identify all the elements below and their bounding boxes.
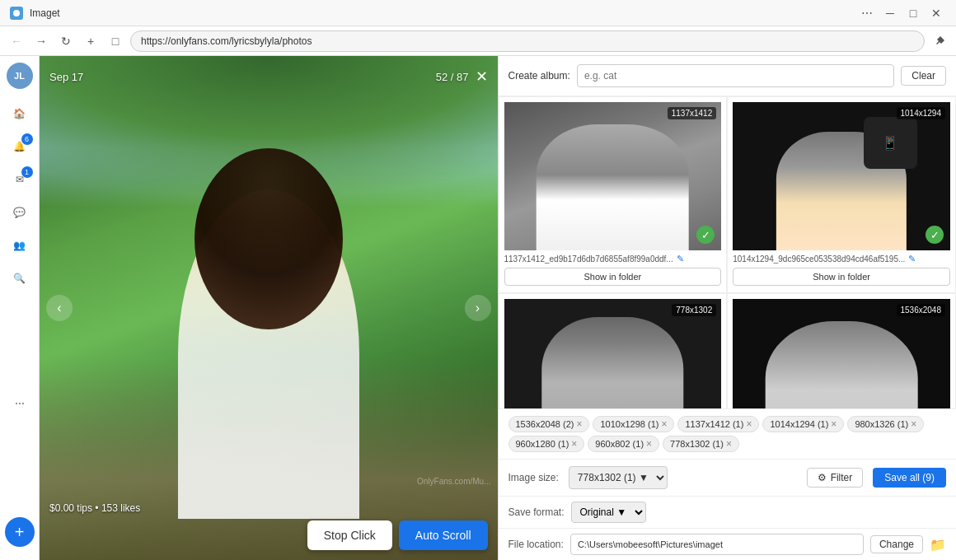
sidebar-item-messages[interactable]: ✉ 1 [5,165,35,194]
save-format-bar: Save format: Original ▼ JPG PNG WebP [499,497,957,529]
change-button[interactable]: Change [870,535,923,553]
menu-button[interactable]: ⋯ [857,3,877,23]
image-cell-3: 778x1302 ✓ [499,293,728,409]
sidebar-item-more[interactable]: ⋯ [5,389,35,418]
clear-button[interactable]: Clear [901,66,946,86]
save-format-label: Save format: [508,506,565,518]
image-grid: 1137x1412 ✓ 1137x1412_ed9b17d6db7d6855af… [499,96,957,409]
window-controls: ⋯ ─ □ ✕ [857,3,946,23]
tag-remove-8[interactable]: × [726,438,732,450]
photo-overlay: Sep 17 52 / 87 ✕ [40,56,498,97]
tag-remove-1[interactable]: × [576,418,582,430]
next-photo-button[interactable]: › [465,295,491,321]
refresh-button[interactable]: ↻ [56,31,76,51]
image-filename-2: 1014x1294_9dc965ce053538d94cd46af5195...… [733,254,950,264]
search-icon: 🔍 [13,273,26,284]
file-path-input[interactable] [570,534,864,555]
image-cell-1: 1137x1412 ✓ 1137x1412_ed9b17d6db7d6855af… [499,96,728,293]
tag-960x802: 960x802 (1) × [588,436,659,452]
stop-click-button[interactable]: Stop Click [307,520,392,550]
photo-info: $0.00 tips • 153 likes [49,502,488,514]
home-icon: 🏠 [13,108,26,119]
sidebar: JL 🏠 🔔 6 ✉ 1 💬 👥 🔍 ⋯ + [0,56,40,560]
file-location-bar: File location: Change 📁 [499,529,957,560]
tag-remove-3[interactable]: × [746,418,752,430]
tag-remove-5[interactable]: × [911,418,916,430]
image-dims-2: 1014x1294 [897,107,946,119]
filter-icon: ⚙ [818,472,827,483]
url-text: https://onlyfans.com/lyricsbylyla/photos [141,35,312,47]
image-cell-4: 1536x2048 ✓ [727,293,956,409]
image-dims-3: 778x1302 [672,304,716,316]
tag-1014x1294: 1014x1294 (1) × [762,416,844,432]
watermark: OnlyFans.com/Mu... [417,477,490,486]
image-thumb-3[interactable]: 778x1302 ✓ [504,299,722,409]
filter-label: Filter [831,472,853,483]
sidebar-item-people[interactable]: 👥 [5,231,35,260]
save-format-select[interactable]: Original ▼ JPG PNG WebP [571,502,646,523]
folder-icon: 📁 [930,538,946,552]
image-thumb-4[interactable]: 1536x2048 ✓ [733,299,950,409]
browser-bar: ← → ↻ + □ https://onlyfans.com/lyricsbyl… [0,26,956,56]
address-bar[interactable]: https://onlyfans.com/lyricsbylyla/photos [130,30,925,52]
save-all-button[interactable]: Save all (9) [873,468,946,488]
image-size-select[interactable]: 778x1302 (1) ▼ 1536x2048 (2) 1014x1294 (… [569,466,668,489]
close-button[interactable]: ✕ [926,3,946,23]
show-folder-button-1[interactable]: Show in folder [504,268,722,286]
svg-point-0 [13,10,20,16]
add-icon: + [15,523,25,542]
sidebar-item-search[interactable]: 🔍 [5,264,35,293]
tag-960x1280: 960x1280 (1) × [508,436,585,452]
messages-badge: 1 [21,166,33,178]
auto-scroll-button[interactable]: Auto Scroll [399,520,488,550]
album-input[interactable] [577,64,894,87]
avatar[interactable]: JL [7,63,33,89]
image-dims-1: 1137x1412 [668,107,717,119]
photo-bottom: $0.00 tips • 153 likes Stop Click Auto S… [40,492,498,560]
image-filename-1: 1137x1412_ed9b17d6db7d6855af8f99a0ddf...… [504,254,722,264]
maximize-button[interactable]: □ [903,3,923,23]
page-button[interactable]: □ [105,31,125,51]
image-thumb-2[interactable]: 📱 1014x1294 ✓ [733,102,950,250]
add-button[interactable]: + [5,517,35,547]
image-check-2: ✓ [926,226,944,244]
tag-remove-6[interactable]: × [571,438,577,450]
photo-viewer: Sep 17 52 / 87 ✕ ‹ › $0.00 tips • 153 li… [40,56,498,560]
photo-actions: Stop Click Auto Scroll [49,520,488,550]
right-panel: Create album: Clear 1137x1412 ✓ 1137x141… [498,56,957,560]
filter-button[interactable]: ⚙ Filter [807,468,864,488]
back-button[interactable]: ← [7,31,26,51]
tag-1137x1412: 1137x1412 (1) × [677,416,759,432]
sidebar-item-notifications[interactable]: 🔔 6 [5,132,35,161]
notifications-badge: 6 [21,133,33,145]
photo-counter: 52 / 87 [436,71,469,83]
prev-photo-button[interactable]: ‹ [46,295,73,321]
people-icon: 👥 [13,240,26,251]
tag-1536x2048: 1536x2048 (2) × [508,416,590,432]
album-bar: Create album: Clear [499,56,957,96]
more-icon: ⋯ [15,398,25,409]
pin-icon[interactable] [930,31,949,51]
show-folder-button-2[interactable]: Show in folder [733,268,950,286]
image-thumb-1[interactable]: 1137x1412 ✓ [504,102,722,250]
app-icon [10,7,23,20]
edit-icon-2[interactable]: ✎ [908,254,916,264]
main-content: JL 🏠 🔔 6 ✉ 1 💬 👥 🔍 ⋯ + Sep 17 [0,56,956,560]
open-folder-button[interactable]: 📁 [930,537,946,553]
photo-date: Sep 17 [49,71,83,83]
title-bar-left: Imaget [10,7,60,20]
sidebar-item-home[interactable]: 🏠 [5,99,35,128]
photo-close-button[interactable]: ✕ [476,68,488,86]
controls-bar: Image size: 778x1302 (1) ▼ 1536x2048 (2)… [499,460,957,497]
sidebar-item-chat[interactable]: 💬 [5,198,35,227]
minimize-button[interactable]: ─ [880,3,900,23]
tag-remove-7[interactable]: × [646,438,652,450]
tag-remove-2[interactable]: × [661,418,667,430]
image-size-label: Image size: [508,472,559,483]
tag-remove-4[interactable]: × [831,418,836,430]
forward-button[interactable]: → [31,31,51,51]
app-title: Imaget [30,7,60,19]
edit-icon-1[interactable]: ✎ [677,254,684,264]
tag-1010x1298: 1010x1298 (1) × [593,416,674,432]
new-tab-button[interactable]: + [81,31,101,51]
